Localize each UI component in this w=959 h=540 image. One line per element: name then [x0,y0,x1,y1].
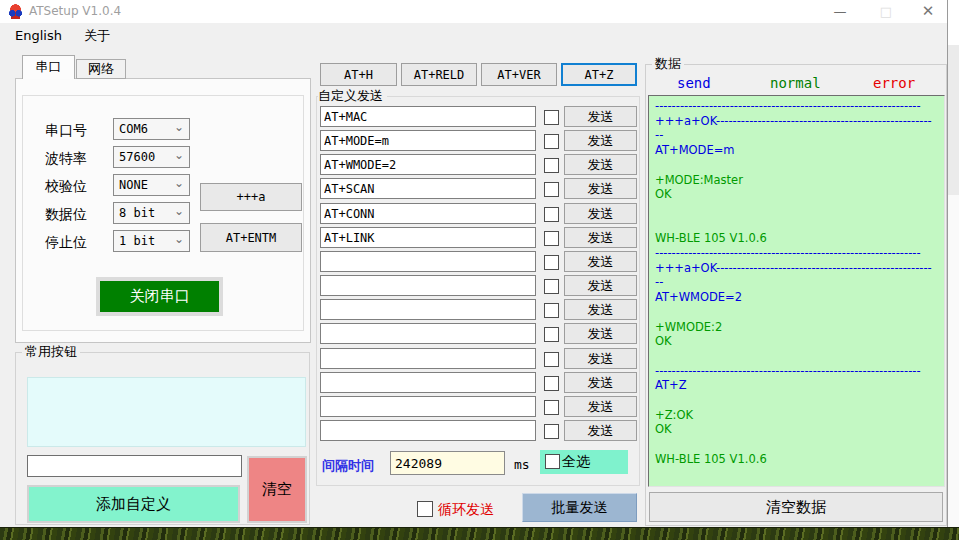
quick-command-button-at-z[interactable]: AT+Z [561,63,637,86]
common-buttons-list[interactable] [27,377,306,447]
menu-item-english[interactable]: English [6,24,71,46]
custom-command-checkbox[interactable] [544,400,559,415]
custom-command-checkbox[interactable] [544,207,559,222]
app-icon [8,4,23,19]
custom-command-checkbox[interactable] [544,424,559,439]
custom-command-input[interactable] [320,130,536,151]
send-button[interactable]: 发送 [564,372,637,393]
send-button[interactable]: 发送 [564,106,637,127]
custom-command-checkbox[interactable] [544,231,559,246]
log-line: WH-BLE 105 V1.0.6 [655,452,938,467]
log-line [655,217,938,232]
legend-error: error [873,75,915,91]
close-serial-button[interactable]: 关闭串口 [96,277,223,316]
chevron-down-icon: ⌄ [174,148,184,162]
log-line: OK [655,334,938,349]
send-button[interactable]: 发送 [564,178,637,199]
custom-command-input[interactable] [320,106,536,127]
custom-command-input[interactable] [320,178,536,199]
custom-command-input[interactable] [320,396,536,417]
custom-command-input[interactable] [320,323,536,344]
custom-command-checkbox[interactable] [544,255,559,270]
custom-command-input[interactable] [320,251,536,272]
at-entm-button[interactable]: AT+ENTM [200,223,302,252]
tab-serial[interactable]: 串口 [22,55,75,79]
log-line [655,437,938,452]
custom-command-input[interactable] [320,299,536,320]
log-line [655,202,938,217]
send-button[interactable]: 发送 [564,275,637,296]
custom-command-input[interactable] [320,348,536,369]
combobox-value: 1 bit [119,234,155,248]
select-all-checkbox[interactable] [545,454,560,469]
menu-item-about[interactable]: 关于 [75,23,119,48]
field-label: 校验位 [45,178,105,196]
close-icon[interactable]: ✕ [916,2,940,21]
chevron-down-icon: ⌄ [174,232,184,246]
field-combobox-1[interactable]: COM6⌄ [113,118,190,140]
custom-command-input[interactable] [320,227,536,248]
send-button[interactable]: 发送 [564,130,637,151]
send-button[interactable]: 发送 [564,348,637,369]
log-line: OK [655,187,938,202]
custom-command-checkbox[interactable] [544,327,559,342]
add-custom-button[interactable]: 添加自定义 [27,485,240,523]
data-log-area[interactable]: ----------------------------------------… [648,95,945,487]
interval-unit-label: ms [514,457,530,472]
tab-network[interactable]: 网络 [76,59,126,79]
custom-command-checkbox[interactable] [544,134,559,149]
quick-command-button-at-h[interactable]: AT+H [320,63,397,86]
field-combobox-5[interactable]: 1 bit⌄ [113,230,190,252]
clear-list-button[interactable]: 清空 [247,456,307,523]
quick-command-button-at-reld[interactable]: AT+RELD [401,63,477,86]
custom-command-input[interactable] [320,420,536,441]
custom-command-input[interactable] [320,372,536,393]
custom-command-checkbox[interactable] [544,279,559,294]
legend-send: send [677,75,711,91]
field-combobox-4[interactable]: 8 bit⌄ [113,202,190,224]
log-line: -- [655,275,938,290]
custom-command-input[interactable] [320,203,536,224]
clear-data-button[interactable]: 清空数据 [649,492,943,522]
quick-command-button-at-ver[interactable]: AT+VER [481,63,557,86]
plus-plus-plus-a-button[interactable]: +++a [200,183,302,211]
app-window: ATSetup V1.0.4 — □ ✕ English 关于 串口网络 串口号… [0,0,948,527]
log-line [655,305,938,320]
loop-send-checkbox[interactable] [417,501,433,517]
field-combobox-2[interactable]: 57600⌄ [113,146,190,168]
custom-command-checkbox[interactable] [544,352,559,367]
field-label: 串口号 [45,122,105,140]
custom-command-checkbox[interactable] [544,182,559,197]
log-line [655,158,938,173]
menubar: English 关于 [0,23,947,47]
data-group-label: 数据 [652,56,684,71]
custom-command-checkbox[interactable] [544,110,559,125]
chevron-down-icon: ⌄ [174,204,184,218]
send-button[interactable]: 发送 [564,396,637,417]
interval-time-input[interactable] [390,451,505,475]
batch-send-button[interactable]: 批量发送 [522,493,637,522]
send-button[interactable]: 发送 [564,251,637,272]
send-button[interactable]: 发送 [564,154,637,175]
custom-command-checkbox[interactable] [544,376,559,391]
common-button-name-input[interactable] [27,455,242,477]
log-line: ----------------------------------------… [655,246,938,261]
custom-command-checkbox[interactable] [544,303,559,318]
log-line: -- [655,128,938,143]
custom-command-input[interactable] [320,154,536,175]
custom-command-checkbox[interactable] [544,158,559,173]
minimize-icon[interactable]: — [828,2,852,21]
select-all-group: 全选 [540,450,628,474]
maximize-icon[interactable]: □ [874,2,898,21]
send-button[interactable]: 发送 [564,420,637,441]
send-button[interactable]: 发送 [564,203,637,224]
log-line: +++a+OK---------------------------------… [655,261,938,276]
field-label: 停止位 [45,234,105,252]
send-button[interactable]: 发送 [564,227,637,248]
titlebar: ATSetup V1.0.4 — □ ✕ [0,0,947,23]
log-line: +WMODE:2 [655,320,938,335]
custom-command-input[interactable] [320,275,536,296]
send-button[interactable]: 发送 [564,299,637,320]
field-combobox-3[interactable]: NONE⌄ [113,174,190,196]
send-button[interactable]: 发送 [564,323,637,344]
